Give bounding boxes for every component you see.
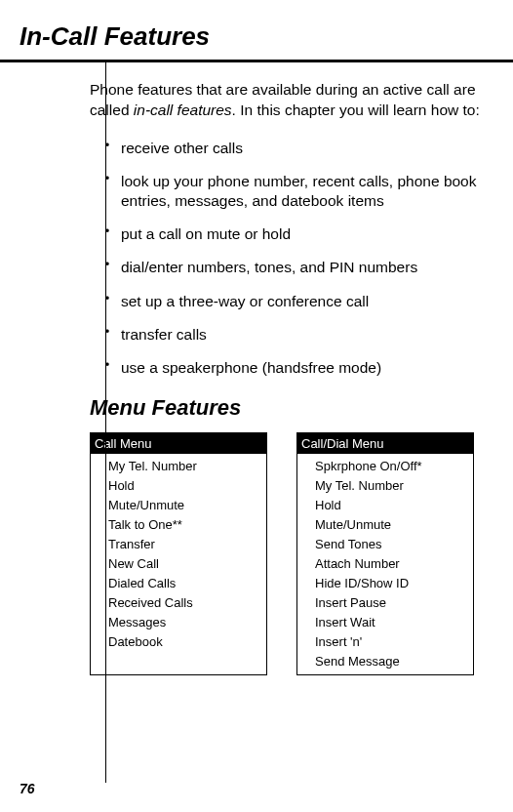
list-item: Insert Wait [315, 613, 473, 632]
bullet-list: receive other calls look up your phone n… [105, 139, 505, 378]
list-item: Messages [108, 613, 266, 632]
page-title: In-Call Features [0, 0, 513, 62]
call-menu-box: Call Menu My Tel. Number Hold Mute/Unmut… [90, 432, 267, 675]
list-item: Insert Pause [315, 593, 473, 613]
call-menu-header: Call Menu [91, 433, 266, 454]
section-title: Menu Features [90, 395, 513, 421]
call-dial-menu-header: Call/Dial Menu [297, 433, 473, 454]
list-item: look up your phone number, recent calls,… [105, 172, 505, 211]
page-number: 76 [20, 781, 35, 796]
list-item: Hold [315, 496, 473, 515]
intro-emphasis: in-call features [134, 102, 232, 118]
list-item: My Tel. Number [108, 457, 266, 476]
call-dial-menu-items: Spkrphone On/Off* My Tel. Number Hold Mu… [297, 454, 473, 674]
list-item: Dialed Calls [108, 574, 266, 593]
list-item: Talk to One** [108, 515, 266, 535]
menu-container: Call Menu My Tel. Number Hold Mute/Unmut… [90, 432, 513, 675]
list-item: dial/enter numbers, tones, and PIN numbe… [105, 258, 505, 277]
list-item: Spkrphone On/Off* [315, 457, 473, 476]
list-item: Hold [108, 476, 266, 496]
intro-suffix: . In this chapter you will learn how to: [232, 102, 480, 118]
list-item: New Call [108, 554, 266, 574]
list-item: put a call on mute or hold [105, 224, 505, 244]
list-item: Insert 'n' [315, 632, 473, 652]
list-item: Send Tones [315, 535, 473, 554]
list-item: Hide ID/Show ID [315, 574, 473, 593]
vertical-divider [105, 62, 106, 783]
list-item: use a speakerphone (handsfree mode) [105, 358, 505, 378]
list-item: set up a three-way or conference call [105, 292, 505, 311]
list-item: receive other calls [105, 139, 505, 158]
list-item: My Tel. Number [315, 476, 473, 496]
list-item: Transfer [108, 535, 266, 554]
list-item: Attach Number [315, 554, 473, 574]
list-item: Received Calls [108, 593, 266, 613]
call-menu-items: My Tel. Number Hold Mute/Unmute Talk to … [91, 454, 266, 655]
intro-paragraph: Phone features that are available during… [90, 80, 505, 121]
list-item: Send Message [315, 652, 473, 671]
list-item: Mute/Unmute [315, 515, 473, 535]
call-dial-menu-box: Call/Dial Menu Spkrphone On/Off* My Tel.… [296, 432, 474, 675]
list-item: Datebook [108, 632, 266, 652]
list-item: transfer calls [105, 325, 505, 345]
list-item: Mute/Unmute [108, 496, 266, 515]
